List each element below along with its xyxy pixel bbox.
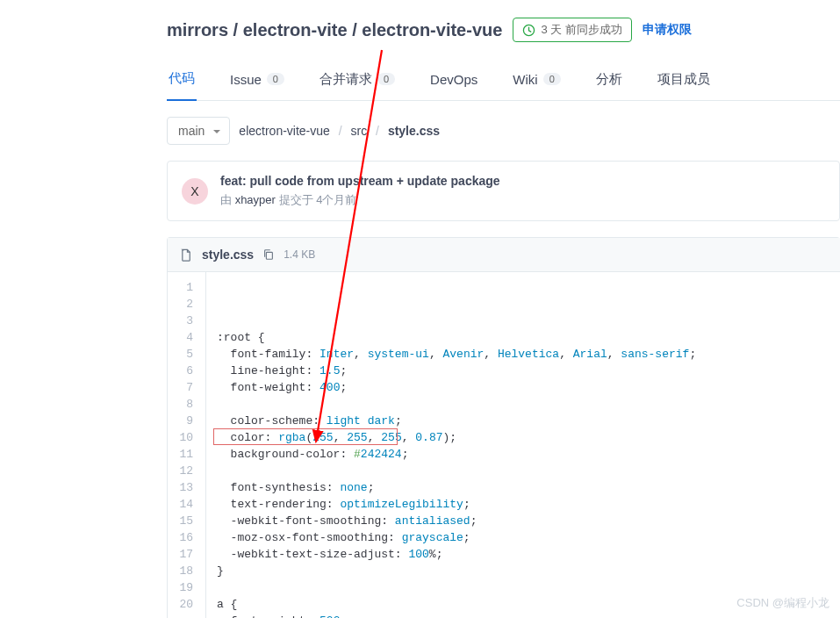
latest-commit-box: X feat: pull code from upstream + update… (167, 161, 840, 221)
breadcrumb-root[interactable]: electron-vite-vue (239, 124, 330, 138)
code-content[interactable]: :root { font-family: Inter, system-ui, A… (206, 272, 840, 618)
apply-permission-link[interactable]: 申请权限 (643, 22, 692, 38)
file-breadcrumb: electron-vite-vue / src / style.css (239, 124, 440, 138)
file-size: 1.4 KB (284, 248, 315, 261)
tab-wiki[interactable]: Wiki0 (511, 65, 562, 99)
code-viewer: 1234567891011121314151617181920 :root { … (168, 272, 840, 618)
copy-icon[interactable] (262, 248, 275, 261)
tab-members[interactable]: 项目成员 (656, 64, 712, 100)
tab-analysis[interactable]: 分析 (594, 64, 624, 100)
commit-meta: 由 xhayper 提交于 4个月前 (220, 192, 500, 208)
breadcrumb-current: style.css (388, 124, 440, 138)
branch-selector[interactable]: main (167, 117, 230, 145)
watermark: CSDN @编程小龙 (736, 595, 829, 611)
repo-path: mirrors / electron-vite / electron-vite-… (167, 20, 502, 40)
clock-icon (522, 24, 535, 37)
badge: 0 (377, 73, 395, 85)
tab-issue[interactable]: Issue0 (228, 65, 286, 99)
tab-devops[interactable]: DevOps (428, 65, 479, 99)
file-panel: style.css 1.4 KB 12345678910111213141516… (167, 237, 840, 618)
file-icon (180, 248, 193, 262)
badge: 0 (543, 73, 561, 85)
file-header: style.css 1.4 KB (168, 238, 840, 272)
breadcrumb-folder[interactable]: src (351, 124, 368, 138)
line-numbers: 1234567891011121314151617181920 (168, 272, 206, 618)
sync-status-badge: 3 天 前同步成功 (513, 18, 631, 42)
tab-code[interactable]: 代码 (167, 63, 197, 101)
repo-tabs: 代码 Issue0 合并请求0 DevOps Wiki0 分析 项目成员 (167, 63, 840, 101)
avatar[interactable]: X (182, 178, 208, 205)
badge: 0 (267, 73, 284, 85)
repo-group-link[interactable]: electron-vite (243, 20, 348, 40)
sync-text: 3 天 前同步成功 (541, 22, 621, 38)
commit-title[interactable]: feat: pull code from upstream + update p… (220, 174, 500, 188)
file-name: style.css (202, 248, 254, 262)
repo-org-link[interactable]: mirrors (167, 20, 228, 40)
repo-name-link[interactable]: electron-vite-vue (362, 20, 502, 40)
commit-author[interactable]: xhayper (235, 193, 276, 206)
svg-rect-1 (267, 252, 273, 259)
tab-pr[interactable]: 合并请求0 (318, 64, 397, 100)
